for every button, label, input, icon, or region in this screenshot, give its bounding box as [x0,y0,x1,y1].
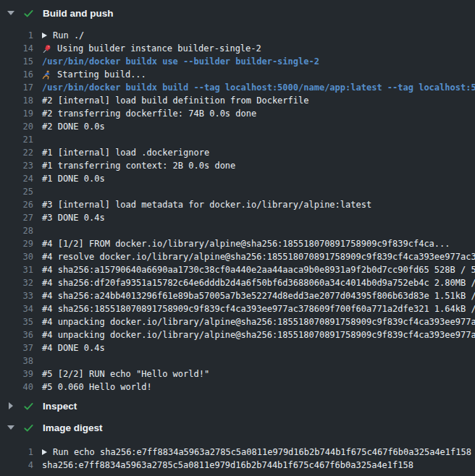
log-text: #1 DONE 0.0s [42,174,105,184]
chevron-down-icon [7,11,14,15]
section-header-inspect[interactable]: Inspect [0,396,475,416]
section-image-digest: Image digest1Run echo sha256:e7ff8834a59… [0,417,475,472]
log-text-content: #5 0.060 Hello world! [42,382,152,392]
line-number[interactable]: 36 [0,330,33,340]
line-number[interactable]: 29 [0,239,33,249]
log-line: 37#4 DONE 0.4s [0,341,475,354]
section-build-and-push: Build and push1Run ./14Using builder ins… [0,3,475,394]
log-text-content: #1 transferring context: 2B 0.0s done [42,161,235,171]
log-line: 19#2 transferring dockerfile: 74B 0.0s d… [0,107,475,120]
log-text-content: /usr/bin/docker buildx use --builder bui… [42,56,319,67]
line-number[interactable]: 35 [0,317,33,327]
log-line: 20#2 DONE 0.0s [0,120,475,133]
line-number[interactable]: 14 [0,43,33,54]
line-number[interactable]: 34 [0,304,33,314]
log-text: #4 unpacking docker.io/library/alpine@sh… [42,317,475,327]
log-text-content: #3 DONE 0.4s [42,213,105,223]
log-line: 15/usr/bin/docker buildx use --builder b… [0,55,475,68]
log-text-content: #4 [1/2] FROM docker.io/library/alpine@s… [42,239,450,249]
section-title: Build and push [43,8,114,19]
log-line: 26#3 [internal] load metadata for docker… [0,198,475,211]
expand-triangle-icon[interactable] [42,33,47,38]
line-number[interactable]: 40 [0,382,33,392]
section-header-image-digest[interactable]: Image digest [0,417,475,438]
log-text-content: #5 [2/2] RUN echo "Hello world!" [42,369,209,379]
line-number[interactable]: 4 [0,460,33,470]
log-text: #1 transferring context: 2B 0.0s done [42,161,235,171]
line-number[interactable]: 30 [0,252,33,262]
line-number[interactable]: 27 [0,213,33,223]
log-text: #4 [1/2] FROM docker.io/library/alpine@s… [42,239,450,249]
log-line: 17/usr/bin/docker buildx build --tag loc… [0,81,475,94]
log-line: 27#3 DONE 0.4s [0,211,475,224]
line-number[interactable]: 39 [0,369,33,379]
log-text-content: #1 DONE 0.0s [42,174,105,184]
log-text: #5 0.060 Hello world! [42,382,152,392]
log-line: 4sha256:e7ff8834a5963a2785c5a0811e979d16… [0,459,475,472]
log-text-content: #4 sha256:185518070891758909c9f839cf4ca3… [42,304,475,314]
section-header-build-and-push[interactable]: Build and push [0,3,475,23]
log-line: 32#4 sha256:df20fa9351a15782c64e6dddb2d4… [0,276,475,289]
line-number[interactable]: 18 [0,95,33,106]
runner-icon [42,70,51,80]
line-number[interactable]: 32 [0,278,33,288]
log-line: 28 [0,224,475,237]
line-number[interactable]: 1 [0,30,33,41]
log-block: 1Run echo sha256:e7ff8834a5963a2785c5a08… [0,446,475,472]
actions-log-viewer: Build and push1Run ./14Using builder ins… [0,0,475,476]
line-number[interactable]: 28 [0,226,33,236]
line-number[interactable]: 33 [0,291,33,301]
line-number[interactable]: 15 [0,56,33,67]
line-number[interactable]: 1 [0,447,33,457]
log-text-content: Starting build... [57,69,146,80]
log-text-content: Run ./ [53,30,84,41]
log-text: Using builder instance builder-single-2 [42,43,261,54]
log-line: 18#2 [internal] load build definition fr… [0,94,475,107]
line-number[interactable]: 31 [0,265,33,275]
log-text: #4 sha256:df20fa9351a15782c64e6dddb2d4a6… [42,278,475,288]
log-text-content: #4 sha256:a15790640a6690aa1730c38cf0a440… [42,265,475,275]
line-number[interactable]: 24 [0,174,33,184]
line-number[interactable]: 21 [0,135,33,145]
line-number[interactable]: 25 [0,187,33,197]
log-text: #4 sha256:a24bb4013296f61e89ba57005a7b3e… [42,291,475,301]
log-text-content: #2 [internal] load build definition from… [42,95,308,106]
log-text: #3 [internal] load metadata for docker.i… [42,200,371,210]
line-number[interactable]: 38 [0,356,33,366]
log-text-content: #2 transferring dockerfile: 74B 0.0s don… [42,109,256,119]
line-number[interactable]: 19 [0,109,33,119]
log-text-content: #4 sha256:a24bb4013296f61e89ba57005a7b3e… [42,291,475,301]
log-line: 16Starting build... [0,68,475,81]
log-text-content: #4 unpacking docker.io/library/alpine@sh… [42,317,475,327]
log-line: 30#4 resolve docker.io/library/alpine@sh… [0,250,475,263]
log-line: 24#1 DONE 0.0s [0,172,475,185]
log-text: #2 [internal] load build definition from… [42,95,308,106]
log-text-content: #4 sha256:df20fa9351a15782c64e6dddb2d4a6… [42,278,475,288]
line-number[interactable]: 22 [0,148,33,158]
check-icon [23,401,34,412]
log-text: #4 sha256:a15790640a6690aa1730c38cf0a440… [42,265,475,275]
section-inspect: Inspect [0,396,475,416]
log-text: Starting build... [42,69,146,80]
log-line: 22#1 [internal] load .dockerignore [0,146,475,159]
line-number[interactable]: 23 [0,161,33,171]
log-text: #1 [internal] load .dockerignore [42,148,209,158]
log-line: 29#4 [1/2] FROM docker.io/library/alpine… [0,237,475,250]
line-number[interactable]: 20 [0,122,33,132]
line-number[interactable]: 17 [0,82,33,93]
line-number[interactable]: 16 [0,69,33,80]
expand-triangle-icon[interactable] [42,449,47,455]
log-line: 25 [0,185,475,198]
log-line: 38 [0,354,475,367]
log-line: 33#4 sha256:a24bb4013296f61e89ba57005a7b… [0,289,475,302]
chevron-down-icon [7,425,14,430]
log-text: #4 DONE 0.4s [42,343,105,353]
check-icon [23,8,34,19]
log-block: 1Run ./14Using builder instance builder-… [0,29,475,394]
line-number[interactable]: 26 [0,200,33,210]
log-text-content: #4 resolve docker.io/library/alpine@sha2… [42,252,475,262]
log-text: #4 sha256:185518070891758909c9f839cf4ca3… [42,304,475,314]
line-number[interactable]: 37 [0,343,33,353]
log-text-content: #4 unpacking docker.io/library/alpine@sh… [42,330,475,340]
log-line: 35#4 unpacking docker.io/library/alpine@… [0,315,475,328]
